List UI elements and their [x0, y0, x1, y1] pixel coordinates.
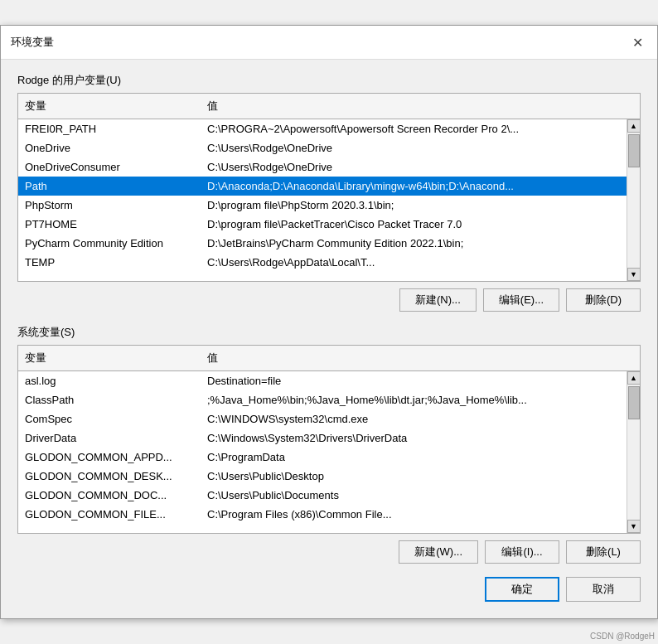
user-table-body[interactable]: FREI0R_PATH C:\PROGRA~2\Apowersoft\Apowe… — [18, 119, 627, 281]
table-row[interactable]: PhpStorm D:\program file\PhpStorm 2020.3… — [18, 196, 627, 215]
footer-buttons: 确定 取消 — [17, 577, 641, 605]
system-section-label: 系统变量(S) — [17, 325, 641, 340]
scroll-thumb[interactable] — [628, 386, 640, 419]
user-new-button[interactable]: 新建(N)... — [399, 288, 477, 312]
table-row[interactable]: ClassPath ;%Java_Home%\bin;%Java_Home%\l… — [18, 390, 627, 409]
table-row[interactable]: ComSpec C:\WINDOWS\system32\cmd.exe — [18, 409, 627, 429]
system-table-body[interactable]: asl.log Destination=file ClassPath ;%Jav… — [18, 371, 627, 533]
environment-variables-dialog: 环境变量 ✕ Rodge 的用户变量(U) 变量 值 FREI0R_PATH C… — [0, 25, 658, 619]
system-table-header: 变量 值 — [18, 346, 640, 371]
user-header-var: 变量 — [18, 97, 201, 115]
user-delete-button[interactable]: 删除(D) — [566, 288, 641, 312]
scroll-down-button[interactable]: ▼ — [627, 520, 641, 533]
scroll-up-button[interactable]: ▲ — [627, 119, 641, 133]
table-row[interactable]: PT7HOME D:\program file\PacketTracer\Cis… — [18, 215, 627, 234]
user-variables-table: 变量 值 FREI0R_PATH C:\PROGRA~2\Apowersoft\… — [17, 93, 641, 282]
system-header-var: 变量 — [18, 349, 201, 367]
table-row[interactable]: GLODON_COMMON_DOC... C:\Users\Public\Doc… — [18, 486, 627, 505]
user-edit-button[interactable]: 编辑(E)... — [483, 288, 559, 312]
user-buttons-row: 新建(N)... 编辑(E)... 删除(D) — [17, 288, 641, 312]
system-header-val: 值 — [201, 349, 640, 367]
table-row[interactable]: FREI0R_PATH C:\PROGRA~2\Apowersoft\Apowe… — [18, 119, 627, 138]
table-row[interactable]: TEMP C:\Users\Rodge\AppData\Local\T... — [18, 253, 627, 272]
system-new-button[interactable]: 新建(W)... — [399, 540, 478, 564]
user-table-scrollbar[interactable]: ▲ ▼ — [627, 119, 640, 281]
ok-button[interactable]: 确定 — [485, 577, 559, 602]
scroll-up-button[interactable]: ▲ — [627, 371, 641, 385]
dialog-body: Rodge 的用户变量(U) 变量 值 FREI0R_PATH C:\PROGR… — [1, 60, 657, 618]
table-row[interactable]: OneDrive C:\Users\Rodge\OneDrive — [18, 138, 627, 157]
table-row[interactable]: OneDriveConsumer C:\Users\Rodge\OneDrive — [18, 157, 627, 177]
user-section-label: Rodge 的用户变量(U) — [17, 73, 641, 88]
dialog-title: 环境变量 — [11, 35, 54, 50]
close-button[interactable]: ✕ — [627, 32, 647, 52]
system-table-scroll-container: asl.log Destination=file ClassPath ;%Jav… — [18, 371, 640, 533]
system-buttons-row: 新建(W)... 编辑(I)... 删除(L) — [17, 540, 641, 564]
user-table-scroll-container: FREI0R_PATH C:\PROGRA~2\Apowersoft\Apowe… — [18, 119, 640, 281]
table-row[interactable]: GLODON_COMMON_FILE... C:\Program Files (… — [18, 505, 627, 524]
system-table-scrollbar[interactable]: ▲ ▼ — [627, 371, 640, 533]
system-variables-table: 变量 值 asl.log Destination=file ClassPath … — [17, 345, 641, 534]
table-row-path[interactable]: Path D:\Anaconda;D:\Anaconda\Library\min… — [18, 177, 627, 196]
table-row[interactable]: PyCharm Community Edition D:\JetBrains\P… — [18, 234, 627, 253]
system-edit-button[interactable]: 编辑(I)... — [485, 540, 559, 564]
scroll-thumb[interactable] — [628, 134, 640, 167]
table-row[interactable]: asl.log Destination=file — [18, 371, 627, 390]
user-header-val: 值 — [201, 97, 640, 115]
system-delete-button[interactable]: 删除(L) — [566, 540, 641, 564]
user-table-header: 变量 值 — [18, 94, 640, 119]
scroll-down-button[interactable]: ▼ — [627, 268, 641, 281]
table-row[interactable]: GLODON_COMMON_APPD... C:\ProgramData — [18, 448, 627, 467]
cancel-button[interactable]: 取消 — [566, 577, 641, 602]
watermark: CSDN @RodgeH — [590, 632, 655, 641]
table-row[interactable]: DriverData C:\Windows\System32\Drivers\D… — [18, 429, 627, 448]
title-bar: 环境变量 ✕ — [1, 26, 657, 60]
table-row[interactable]: GLODON_COMMON_DESK... C:\Users\Public\De… — [18, 467, 627, 486]
